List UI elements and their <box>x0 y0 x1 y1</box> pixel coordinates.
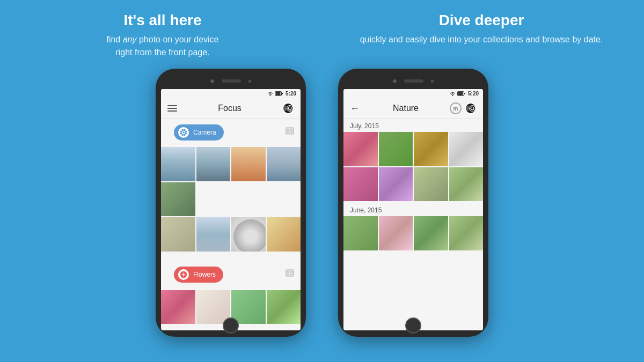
camera-chip-label: Camera <box>193 129 216 136</box>
left-photo-grid-1 <box>161 147 301 216</box>
camera-chip-icon <box>178 127 189 138</box>
home-button-right[interactable] <box>405 317 421 334</box>
photo-cell-9[interactable] <box>267 217 301 252</box>
battery-icon-right <box>457 91 466 96</box>
svg-rect-35 <box>458 92 463 95</box>
svg-rect-32 <box>287 274 290 276</box>
shutter-svg-left <box>287 102 293 114</box>
june-cell-2[interactable] <box>379 216 413 250</box>
expand-btn-1[interactable] <box>286 127 294 137</box>
nature-cell-4[interactable] <box>449 132 484 166</box>
hamburger-line-2 <box>167 108 177 109</box>
front-camera-right <box>393 79 397 83</box>
mic-right <box>431 80 434 83</box>
section-label-july: July, 2015 <box>343 119 483 132</box>
section-label-june: June, 2015 <box>343 203 483 216</box>
camera-chip-row: Camera <box>161 119 301 145</box>
right-phone-screen: 5:20 ← Nature m <box>343 89 483 330</box>
flower-cell-4[interactable] <box>267 290 301 324</box>
left-photo-grid-2 <box>161 217 301 258</box>
camera-chip[interactable]: Camera <box>174 124 224 141</box>
june-grid <box>343 216 483 330</box>
mic-left <box>248 80 251 83</box>
back-button[interactable]: ← <box>350 103 362 114</box>
left-description: find any photo on your deviceright from … <box>32 33 293 59</box>
wifi-icon-right <box>450 92 456 96</box>
flower-cell-1[interactable] <box>161 290 195 324</box>
hamburger-line-1 <box>167 105 177 106</box>
flowers-chip-icon <box>178 269 189 280</box>
left-phone: 5:20 Focus <box>156 69 306 337</box>
m-label: m <box>453 106 458 112</box>
nature-cell-2[interactable] <box>379 132 413 166</box>
hamburger-line-3 <box>167 110 177 112</box>
right-app-header: ← Nature m <box>343 98 483 119</box>
battery-icon-left <box>275 91 283 96</box>
flowers-chip-label: Flowers <box>193 271 216 278</box>
svg-rect-24 <box>290 129 293 131</box>
left-heading: It's all here <box>32 12 293 29</box>
svg-rect-36 <box>464 93 465 94</box>
svg-line-7 <box>291 109 292 109</box>
right-text-block: Dive deeper quickly and easily dive into… <box>351 12 612 59</box>
photo-cell-5[interactable] <box>161 182 195 217</box>
speaker-right <box>404 79 423 83</box>
june-cell-3[interactable] <box>414 216 448 250</box>
photo-cell-3[interactable] <box>231 147 266 181</box>
svg-line-44 <box>469 108 470 109</box>
right-phone-top-bar <box>343 75 483 87</box>
svg-rect-30 <box>287 270 290 273</box>
july-grid <box>343 132 483 201</box>
photo-cell-8[interactable] <box>231 217 266 252</box>
right-phone: 5:20 ← Nature m <box>338 69 488 337</box>
expand-icon-1 <box>286 127 294 135</box>
top-text-area: It's all here find any photo on your dev… <box>0 0 644 59</box>
left-app-header: Focus <box>161 98 301 119</box>
svg-point-28 <box>182 274 185 276</box>
left-phone-screen: 5:20 Focus <box>161 89 301 330</box>
left-status-icons <box>267 91 283 96</box>
svg-rect-33 <box>290 274 293 276</box>
june-cell-4[interactable] <box>449 216 484 250</box>
left-status-bar: 5:20 <box>161 89 301 98</box>
expand-btn-2[interactable] <box>286 269 294 279</box>
camera-chip-svg <box>180 129 187 136</box>
nature-cell-8[interactable] <box>449 167 484 202</box>
left-text-block: It's all here find any photo on your dev… <box>32 12 293 59</box>
right-status-icons <box>450 91 466 96</box>
svg-line-10 <box>287 108 288 109</box>
june-cell-1[interactable] <box>343 216 378 250</box>
svg-rect-25 <box>287 131 290 134</box>
left-app-title: Focus <box>177 104 282 113</box>
photo-cell-2[interactable] <box>196 147 231 181</box>
shutter-svg-right <box>469 102 475 114</box>
wifi-icon-left <box>267 92 273 96</box>
phones-area: 5:20 Focus <box>0 59 644 337</box>
photo-cell-7[interactable] <box>196 217 231 252</box>
photo-cell-6[interactable] <box>161 217 195 252</box>
nature-cell-1[interactable] <box>343 132 378 166</box>
svg-rect-1 <box>275 92 280 95</box>
svg-rect-2 <box>282 93 283 94</box>
expand-icon-2 <box>286 269 294 277</box>
svg-line-42 <box>473 110 473 111</box>
hamburger-icon[interactable] <box>167 105 177 112</box>
shutter-icon-right[interactable] <box>465 102 477 114</box>
flowers-chip-row: Flowers <box>161 261 301 287</box>
svg-line-41 <box>474 109 475 109</box>
photo-cell-4[interactable] <box>267 147 301 181</box>
nature-cell-7[interactable] <box>414 167 448 202</box>
svg-rect-26 <box>290 131 293 134</box>
right-app-title: Nature <box>362 104 450 113</box>
flowers-chip[interactable]: Flowers <box>174 267 223 283</box>
photo-cell-1[interactable] <box>161 147 195 181</box>
home-button-left[interactable] <box>223 317 239 334</box>
shutter-icon-left[interactable] <box>282 102 294 114</box>
nature-cell-5[interactable] <box>343 167 378 202</box>
front-camera-left <box>210 79 214 83</box>
m-icon-right[interactable]: m <box>450 102 462 114</box>
nature-cell-6[interactable] <box>379 167 413 202</box>
nature-cell-3[interactable] <box>414 132 448 166</box>
right-status-bar: 5:20 <box>343 89 483 98</box>
flower-cell-3[interactable] <box>231 290 266 324</box>
